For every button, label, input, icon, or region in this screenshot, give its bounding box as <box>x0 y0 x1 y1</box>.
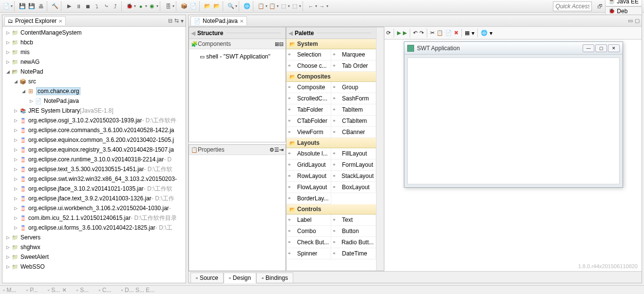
new-server-icon[interactable]: 🗄 <box>164 2 172 11</box>
palette-item[interactable]: ▫Combo <box>286 226 331 237</box>
tree-item[interactable]: ▷org.eclipse.core.commands_3.6.100.v2014… <box>2 125 186 135</box>
expander-icon[interactable]: ▷ <box>12 137 19 142</box>
palette-item[interactable]: ▫Marquee <box>331 49 376 60</box>
expander-icon[interactable]: ◢ <box>12 79 19 84</box>
palette-item[interactable]: ▫Text <box>331 215 376 226</box>
pause-icon[interactable]: ⏸ <box>74 2 83 11</box>
run-ext-icon[interactable]: ◉ <box>148 2 156 11</box>
tree-item[interactable]: ▷Servers <box>2 233 186 242</box>
palette-item[interactable]: ▫Tab Order <box>331 60 376 72</box>
status-item[interactable]: ▫ M... <box>3 287 17 294</box>
expander-icon[interactable]: ▷ <box>12 225 19 230</box>
palette-item[interactable]: ▫CTabItem <box>331 116 376 127</box>
expander-icon[interactable]: ▷ <box>12 216 19 220</box>
palette-item[interactable]: ▫SashForm <box>331 93 376 104</box>
palette-item[interactable]: ▫TabFolder <box>286 104 331 116</box>
editor-mode-tab[interactable]: ▫Design <box>224 273 256 283</box>
search-icon[interactable]: 🔍 <box>227 2 235 11</box>
palette-item[interactable]: ▫FormLayout <box>331 159 376 171</box>
close-button[interactable]: ✕ <box>608 44 620 52</box>
tree-item[interactable]: ▷org.eclipse.equinox.registry_3.5.400.v2… <box>2 145 186 155</box>
tree-item[interactable]: ▷ContentManageSystem <box>2 28 186 38</box>
explorer-tree[interactable]: ▷ContentManageSystem▷hbcb▷mis▷newAG◢Note… <box>2 27 186 283</box>
palette-item[interactable]: ▫Absolute l... <box>286 148 331 159</box>
cut-icon[interactable]: ✂ <box>430 30 435 36</box>
palette-item[interactable]: ▫Group <box>331 82 376 93</box>
maximize-button[interactable]: ▢ <box>595 44 607 52</box>
expander-icon[interactable]: ▷ <box>28 98 35 103</box>
tree-item[interactable]: ▷NotePad.java <box>2 96 186 106</box>
open-perspective-icon[interactable]: 🗗 <box>595 2 604 11</box>
collapse-left-icon[interactable]: ◀ <box>191 30 194 37</box>
nav-icon[interactable]: 📋 <box>257 2 265 11</box>
editor-tab[interactable]: 📄 NotePad.java ✕ <box>190 16 247 25</box>
expander-icon[interactable]: ◢ <box>4 69 11 74</box>
palette-item[interactable]: ▫BoxLayout <box>331 182 376 193</box>
link-editor-icon[interactable]: ⇆ <box>174 18 179 24</box>
palette-item[interactable]: ▫CBanner <box>331 127 376 138</box>
test-icon[interactable]: ▶ <box>397 30 401 36</box>
expander-icon[interactable]: ▷ <box>4 235 11 240</box>
expander-icon[interactable]: ▷ <box>12 206 19 211</box>
expand-icon[interactable]: ⊞ <box>275 41 279 47</box>
layout-icon[interactable]: ▦ <box>465 30 470 36</box>
palette-item[interactable]: ▫FillLayout <box>331 148 376 159</box>
swt-preview-window[interactable]: SWT Application — ▢ ✕ <box>404 41 623 188</box>
status-item[interactable]: ▫ P... <box>26 287 38 294</box>
save-all-icon[interactable]: 💾 <box>27 2 36 11</box>
palette-item[interactable]: ▫Spinner <box>286 248 331 259</box>
debug-icon[interactable]: 🐞 <box>125 2 134 11</box>
expander-icon[interactable]: ▷ <box>4 30 11 35</box>
expander-icon[interactable]: ▷ <box>4 255 11 259</box>
expander-icon[interactable]: ▷ <box>12 147 19 152</box>
tree-item[interactable]: ▷org.eclipse.equinox.common_3.6.200.v201… <box>2 135 186 145</box>
palette-item[interactable]: ▫TabItem <box>331 104 376 116</box>
expander-icon[interactable]: ▷ <box>12 196 19 201</box>
editor-mode-tab[interactable]: ▫Source <box>190 273 224 283</box>
build-icon[interactable]: 🔨 <box>51 2 59 11</box>
tree-item[interactable]: ▷org.eclipse.core.runtime_3.10.0.v201403… <box>2 155 186 164</box>
palette-item[interactable]: ▫RowLayout <box>286 171 331 182</box>
palette-item[interactable]: ▫ViewForm <box>286 127 331 138</box>
step-icon[interactable]: ⤵ <box>93 2 101 11</box>
palette-item[interactable]: ▫FlowLayout <box>286 182 331 193</box>
expander-icon[interactable]: ▷ <box>4 50 11 55</box>
component-tree-item[interactable]: ▭ shell - "SWT Application" <box>191 51 284 62</box>
properties-body[interactable] <box>189 155 285 271</box>
print-icon[interactable]: 🖶 <box>37 2 45 11</box>
palette-category-header[interactable]: Layouts <box>286 138 376 148</box>
tree-item[interactable]: ▷SweetAlert <box>2 252 186 262</box>
palette-item[interactable]: ▫Composite <box>286 82 331 93</box>
palette-item[interactable]: ▫CTabFolder <box>286 116 331 127</box>
status-item[interactable]: ▫ S... <box>76 287 89 294</box>
nav3-icon[interactable]: ⬚ <box>279 2 288 11</box>
collapse-icon[interactable]: ⊟ <box>279 41 284 47</box>
show-adv-icon[interactable]: ☰ <box>274 147 279 153</box>
expander-icon[interactable]: ▷ <box>12 128 19 133</box>
minimize-button[interactable]: — <box>583 44 594 52</box>
redo-icon[interactable]: ↷ <box>419 30 424 36</box>
palette-item[interactable]: ▫Radio Butt... <box>331 237 376 248</box>
web-icon[interactable]: 🌐 <box>243 2 251 11</box>
step-over-icon[interactable]: ⤷ <box>102 2 111 11</box>
close-icon[interactable]: ✕ <box>58 19 62 24</box>
editor-mode-tab[interactable]: ▫Bindings <box>256 273 293 283</box>
maximize-icon[interactable]: ▢ <box>635 18 640 24</box>
expander-icon[interactable]: ▷ <box>12 108 19 113</box>
goto-icon[interactable]: ⇥ <box>279 147 284 153</box>
palette-item[interactable]: ▫Choose c... <box>286 60 331 72</box>
palette-item[interactable]: ▫ScrolledC... <box>286 93 331 104</box>
palette-item[interactable]: ▫Button <box>331 226 376 237</box>
expander-icon[interactable]: ▷ <box>4 59 11 64</box>
palette-item[interactable]: ▫BorderLay... <box>286 193 331 204</box>
palette-item[interactable]: ▫Selection <box>286 49 331 60</box>
new-package-icon[interactable]: 📦 <box>180 2 189 11</box>
minimize-icon[interactable]: ▭ <box>628 18 633 24</box>
palette-item[interactable]: ▫StackLayout <box>331 171 376 182</box>
new-icon[interactable]: 📄 <box>2 2 11 11</box>
expander-icon[interactable]: ▷ <box>12 167 19 172</box>
tree-item[interactable]: ▷org.eclipse.osgi_3.10.2.v20150203-1939.… <box>2 116 186 125</box>
expander-icon[interactable]: ▷ <box>4 264 11 269</box>
palette-body[interactable]: System▫Selection▫Marquee▫Choose c...▫Tab… <box>286 39 376 271</box>
status-item[interactable]: ▫ C... <box>98 287 111 294</box>
